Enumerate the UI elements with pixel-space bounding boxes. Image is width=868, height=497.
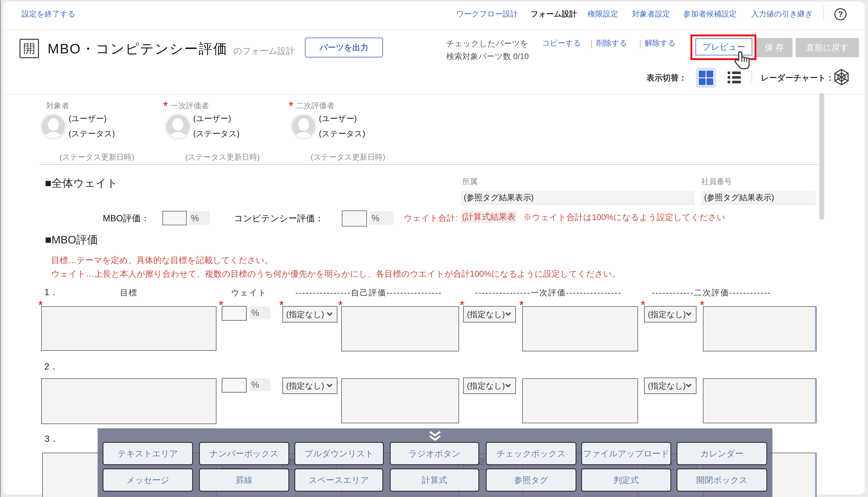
- svg-text:?: ?: [838, 10, 843, 18]
